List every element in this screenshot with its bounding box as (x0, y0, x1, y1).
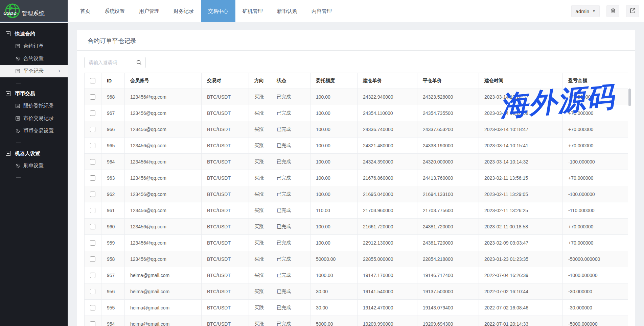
cell-close_price: 24337.653200 (417, 121, 479, 137)
nav-item-2[interactable]: 用户管理 (132, 0, 166, 22)
cell-direction: 买涨 (249, 202, 271, 219)
cell-amount: 100.00 (310, 121, 358, 137)
collapse-icon (6, 151, 10, 156)
nav-item-4[interactable]: 交易中心 (201, 0, 235, 22)
cell-amount: 100.00 (310, 137, 358, 154)
select-all-checkbox[interactable] (90, 78, 95, 83)
table-row: 959123456@qq.comBTC/USDT买涨已完成100.0022912… (85, 235, 628, 251)
top-nav: 首页系统设置用户管理财务记录交易中心矿机管理新币认购内容管理 (73, 0, 339, 22)
row-checkbox[interactable] (90, 321, 95, 326)
cell-direction: 买涨 (249, 186, 271, 202)
search-icon[interactable] (136, 59, 142, 67)
cell-amount: 100.00 (310, 154, 358, 170)
cell-checkbox (85, 251, 101, 267)
row-checkbox[interactable] (90, 159, 95, 165)
cell-id: 968 (101, 89, 125, 105)
cell-profit: -5000.000000 (563, 316, 628, 326)
row-checkbox[interactable] (90, 143, 95, 148)
closed-orders-table: ID会员账号交易对方向状态委托额度建仓单价平仓单价建仓时间盈亏金额 968123… (84, 73, 628, 326)
cell-direction: 买涨 (249, 170, 271, 186)
cell-open_time: 2023-02-11 13:56:15 (479, 170, 563, 186)
row-checkbox[interactable] (90, 127, 95, 132)
row-checkbox[interactable] (90, 289, 95, 294)
cell-pair: BTC/USDT (202, 186, 249, 202)
table-header-row: ID会员账号交易对方向状态委托额度建仓单价平仓单价建仓时间盈亏金额 (85, 73, 628, 89)
nav-item-5[interactable]: 矿机管理 (235, 0, 270, 22)
cell-pair: BTC/USDT (202, 121, 249, 137)
app-logo: USDZ 管理系统 (0, 0, 68, 22)
table-row: 956heima@gmail.comBTC/USDT买涨已完成30.001914… (85, 283, 628, 300)
nav-item-1[interactable]: 系统设置 (97, 0, 132, 22)
cell-amount: 5000.00 (310, 316, 358, 326)
column-header-6: 建仓单价 (358, 73, 417, 89)
cell-open_price: 24321.480000 (358, 137, 417, 154)
scrollbar-thumb[interactable] (628, 89, 631, 106)
cell-open_time: 2022-07-02 16:10:44 (479, 283, 563, 300)
row-checkbox[interactable] (90, 273, 95, 278)
cell-direction: 买涨 (249, 89, 271, 105)
cell-profit: -100.000000 (563, 186, 628, 202)
row-checkbox[interactable] (90, 110, 95, 116)
nav-item-6[interactable]: 新币认购 (270, 0, 304, 22)
cell-status: 已完成 (271, 121, 310, 137)
row-checkbox[interactable] (90, 224, 95, 229)
cell-id: 963 (101, 170, 125, 186)
sidebar-item-合约设置[interactable]: 合约设置 (0, 52, 68, 65)
cell-checkbox (85, 267, 101, 283)
row-checkbox[interactable] (90, 256, 95, 262)
sidebar-item-市价交易记录[interactable]: 市价交易记录 (0, 112, 68, 125)
cell-pair: BTC/USDT (202, 251, 249, 267)
sidebar-section-title-2[interactable]: 机器人设置 (0, 147, 68, 159)
cell-amount: 100.00 (310, 219, 358, 235)
column-header-8: 建仓时间 (479, 73, 563, 89)
row-checkbox[interactable] (90, 208, 95, 213)
cell-pair: BTC/USDT (202, 89, 249, 105)
sidebar-item-平仓记录[interactable]: 平仓记录› (0, 65, 68, 77)
list-icon (15, 44, 20, 49)
row-checkbox[interactable] (90, 305, 95, 310)
nav-item-0[interactable]: 首页 (73, 0, 97, 22)
row-checkbox[interactable] (90, 192, 95, 197)
cell-open_price: 21661.720000 (358, 219, 417, 235)
admin-dropdown-button[interactable]: admin ▼ (571, 5, 600, 17)
cell-id: 961 (101, 202, 125, 219)
cell-close_price: 24354.735500 (417, 105, 479, 121)
cell-close_price: 24381.720000 (417, 219, 479, 235)
cell-status: 已完成 (271, 235, 310, 251)
table-row: 954heima@gmail.comBTC/USDT买涨已完成5000.0019… (85, 316, 628, 326)
row-checkbox[interactable] (90, 175, 95, 181)
cell-status: 已完成 (271, 137, 310, 154)
cell-open_price: 24336.740000 (358, 121, 417, 137)
cell-open_time: 2023-02-11 13:26:25 (479, 202, 563, 219)
sidebar-item-限价委托记录[interactable]: 限价委托记录 (0, 100, 68, 112)
clear-cache-button[interactable] (606, 5, 619, 17)
row-checkbox[interactable] (90, 94, 95, 100)
cell-amount: 30.00 (310, 283, 358, 300)
cell-status: 已完成 (271, 170, 310, 186)
logout-button[interactable] (626, 5, 639, 17)
globe-icon: USDZ (5, 3, 20, 19)
cell-open_time: 2023-02-09 03:03:47 (479, 235, 563, 251)
cell-checkbox (85, 170, 101, 186)
cell-open_price: 22855.000000 (358, 251, 417, 267)
cell-account: 123456@qq.com (125, 251, 202, 267)
nav-item-7[interactable]: 内容管理 (304, 0, 339, 22)
sidebar-item-合约订单[interactable]: 合约订单 (0, 40, 68, 52)
sidebar-item-刷单设置[interactable]: 刷单设置 (0, 159, 68, 172)
sidebar-section-title-1[interactable]: 币币交易 (0, 87, 68, 100)
list-icon (15, 103, 20, 108)
row-checkbox[interactable] (90, 240, 95, 246)
cell-profit: +70.000000 (563, 105, 628, 121)
table-row: 966123456@qq.comBTC/USDT买涨已完成100.0024336… (85, 121, 628, 137)
sidebar-section-title-0[interactable]: 快速合约 (0, 28, 68, 40)
column-header-2: 交易对 (202, 73, 249, 89)
nav-item-3[interactable]: 财务记录 (166, 0, 201, 22)
cell-account: 123456@qq.com (125, 154, 202, 170)
cell-open_price: 21676.860000 (358, 170, 417, 186)
cell-close_price: 24381.720000 (417, 235, 479, 251)
list-icon (15, 116, 20, 121)
cell-account: heima@gmail.com (125, 267, 202, 283)
cell-status: 已完成 (271, 105, 310, 121)
sidebar-item-币币交易设置[interactable]: 币币交易设置 (0, 125, 68, 137)
cell-pair: BTC/USDT (202, 170, 249, 186)
